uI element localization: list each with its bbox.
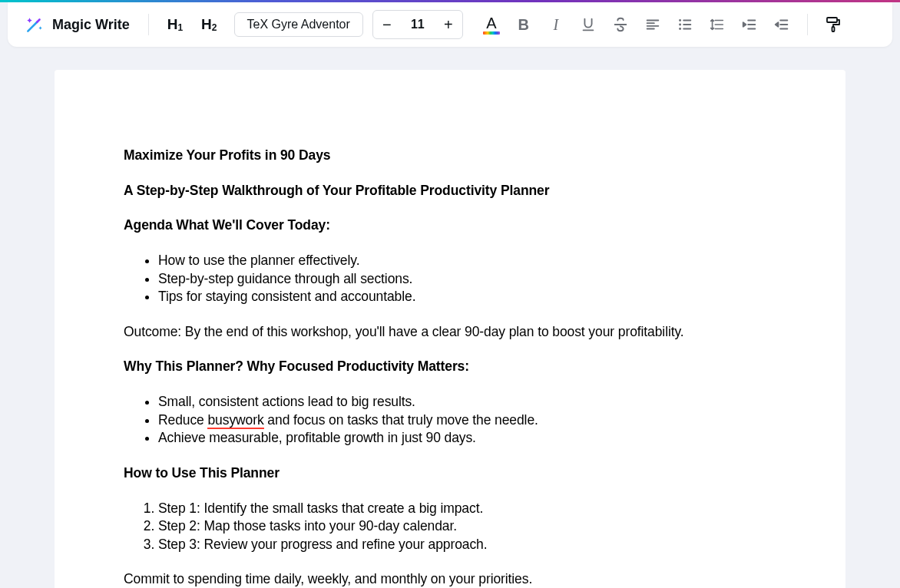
strikethrough-icon: [612, 16, 629, 33]
italic-button[interactable]: I: [541, 10, 571, 39]
document-canvas: Maximize Your Profits in 90 Days A Step-…: [0, 47, 900, 588]
text-color-icon: A: [486, 15, 496, 31]
text-color-button[interactable]: A: [477, 10, 506, 39]
list-item: Step-by-step guidance through all sectio…: [158, 270, 776, 289]
svg-rect-4: [832, 27, 834, 31]
list-item: Tips for staying consistent and accounta…: [158, 288, 776, 306]
paint-roller-icon: [824, 15, 842, 34]
doc-title: Maximize Your Profits in 90 Days: [124, 147, 776, 165]
format-painter-button[interactable]: [819, 10, 848, 39]
divider: [148, 14, 149, 35]
toolbar: Magic Write H1 H2 TeX Gyre Adventor − + …: [8, 2, 892, 47]
howto-heading: How to Use This Planner: [124, 464, 776, 483]
divider: [807, 14, 808, 35]
commit-text: Commit to spending time daily, weekly, a…: [124, 570, 776, 588]
indent-increase-button[interactable]: [735, 10, 764, 39]
indent-increase-icon: [741, 16, 758, 33]
font-name-label: TeX Gyre Adventor: [247, 18, 350, 31]
list-item: Step 1: Identify the small tasks that cr…: [158, 500, 776, 518]
strikethrough-button[interactable]: [606, 10, 635, 39]
bullet-list-button[interactable]: [670, 10, 700, 39]
indent-decrease-button[interactable]: [767, 10, 796, 39]
magic-wand-icon: [25, 15, 45, 35]
agenda-list: How to use the planner effectively. Step…: [124, 252, 776, 306]
magic-write-button[interactable]: Magic Write: [22, 10, 137, 39]
agenda-heading: Agenda What We'll Cover Today:: [124, 216, 776, 235]
increase-size-button[interactable]: +: [435, 11, 462, 38]
bold-icon: B: [518, 16, 529, 34]
svg-rect-3: [827, 18, 837, 22]
indent-decrease-icon: [773, 16, 790, 33]
list-item: How to use the planner effectively.: [158, 252, 776, 270]
why-heading: Why This Planner? Why Focused Productivi…: [124, 358, 776, 376]
font-size-stepper: − +: [372, 10, 463, 39]
list-item: Achieve measurable, profitable growth in…: [158, 429, 776, 448]
color-spectrum-bar: [483, 31, 500, 35]
line-spacing-button[interactable]: [703, 10, 732, 39]
underline-icon: [580, 16, 597, 33]
underline-button[interactable]: [574, 10, 603, 39]
bold-button[interactable]: B: [509, 10, 538, 39]
list-item: Step 2: Map those tasks into your 90-day…: [158, 517, 776, 536]
doc-subtitle: A Step-by-Step Walkthrough of Your Profi…: [124, 182, 776, 200]
magic-write-label: Magic Write: [52, 17, 130, 33]
decrease-size-button[interactable]: −: [373, 11, 401, 38]
outcome-text: Outcome: By the end of this workshop, yo…: [124, 323, 776, 342]
bullet-list-icon: [677, 16, 693, 33]
align-left-icon: [644, 16, 661, 33]
list-item: Reduce busywork and focus on tasks that …: [158, 411, 776, 430]
italic-icon: I: [553, 16, 558, 34]
h1-button[interactable]: H1: [160, 12, 190, 38]
document-page[interactable]: Maximize Your Profits in 90 Days A Step-…: [55, 70, 845, 588]
line-spacing-icon: [709, 16, 726, 33]
svg-point-0: [679, 19, 681, 21]
svg-point-1: [679, 24, 681, 26]
h2-button[interactable]: H2: [194, 12, 224, 38]
list-item: Step 3: Review your progress and refine …: [158, 536, 776, 554]
steps-list: Step 1: Identify the small tasks that cr…: [124, 500, 776, 554]
font-size-input[interactable]: [401, 18, 435, 31]
svg-point-2: [679, 28, 681, 30]
spelling-error: busywork: [207, 412, 263, 429]
list-item: Small, consistent actions lead to big re…: [158, 393, 776, 411]
why-list: Small, consistent actions lead to big re…: [124, 393, 776, 448]
align-button[interactable]: [638, 10, 667, 39]
font-family-select[interactable]: TeX Gyre Adventor: [234, 12, 363, 37]
